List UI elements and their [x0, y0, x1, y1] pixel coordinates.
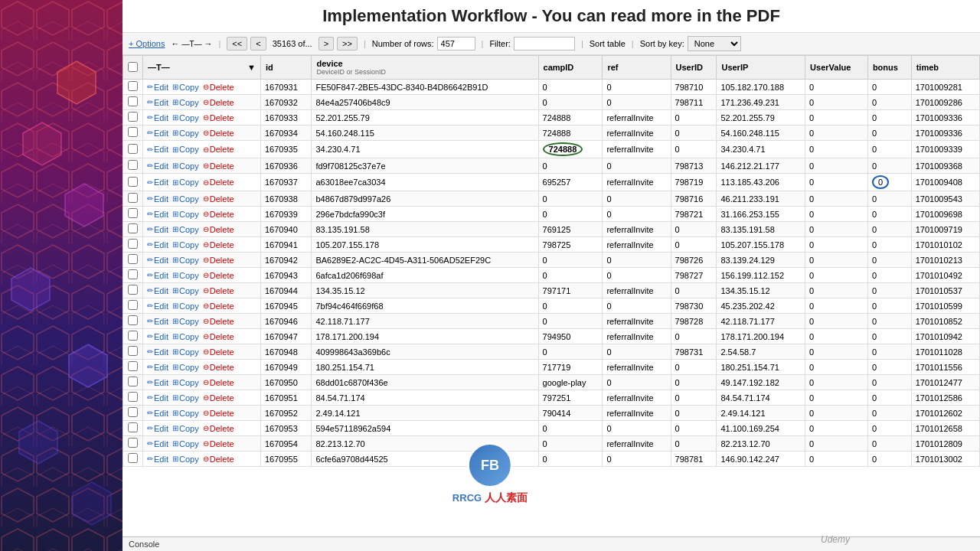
delete-label[interactable]: Delete — [210, 302, 234, 311]
edit-button[interactable]: ✏ Edit — [147, 439, 168, 448]
copy-label[interactable]: Copy — [179, 409, 199, 418]
delete-button[interactable]: ⊖ Delete — [203, 129, 234, 138]
edit-button[interactable]: ✏ Edit — [147, 240, 168, 249]
delete-label[interactable]: Delete — [210, 378, 234, 387]
copy-button[interactable]: ⊞ Copy — [172, 256, 199, 265]
edit-label[interactable]: Edit — [154, 455, 168, 464]
edit-button[interactable]: ✏ Edit — [147, 210, 168, 219]
delete-button[interactable]: ⊖ Delete — [203, 145, 234, 154]
copy-label[interactable]: Copy — [179, 363, 199, 372]
row-checkbox[interactable] — [128, 346, 138, 356]
delete-button[interactable]: ⊖ Delete — [203, 194, 234, 204]
edit-button[interactable]: ✏ Edit — [147, 83, 168, 92]
delete-label[interactable]: Delete — [210, 332, 234, 341]
nav-next-next-button[interactable]: >> — [337, 37, 358, 51]
delete-button[interactable]: ⊖ Delete — [203, 210, 234, 219]
delete-button[interactable]: ⊖ Delete — [203, 378, 234, 387]
edit-button[interactable]: ✏ Edit — [147, 424, 168, 433]
edit-label[interactable]: Edit — [154, 129, 168, 138]
delete-button[interactable]: ⊖ Delete — [203, 347, 234, 357]
select-all-checkbox[interactable] — [128, 62, 138, 72]
options-link[interactable]: + Options — [129, 39, 165, 48]
copy-label[interactable]: Copy — [179, 225, 199, 234]
number-of-rows-input[interactable] — [437, 37, 475, 51]
copy-button[interactable]: ⊞ Copy — [172, 409, 199, 418]
col-device[interactable]: device DeviceID or SessionID — [312, 56, 538, 80]
edit-label[interactable]: Edit — [154, 439, 168, 448]
copy-button[interactable]: ⊞ Copy — [172, 129, 199, 138]
edit-button[interactable]: ✏ Edit — [147, 409, 168, 418]
delete-label[interactable]: Delete — [210, 271, 234, 280]
delete-label[interactable]: Delete — [210, 455, 234, 464]
delete-label[interactable]: Delete — [210, 393, 234, 403]
delete-label[interactable]: Delete — [210, 240, 234, 249]
copy-button[interactable]: ⊞ Copy — [172, 424, 199, 433]
copy-label[interactable]: Copy — [179, 347, 199, 357]
edit-label[interactable]: Edit — [154, 393, 168, 403]
delete-button[interactable]: ⊖ Delete — [203, 332, 234, 341]
edit-button[interactable]: ✏ Edit — [147, 271, 168, 280]
delete-label[interactable]: Delete — [210, 409, 234, 418]
copy-button[interactable]: ⊞ Copy — [172, 363, 199, 372]
copy-label[interactable]: Copy — [179, 240, 199, 249]
copy-label[interactable]: Copy — [179, 332, 199, 341]
delete-label[interactable]: Delete — [210, 129, 234, 138]
edit-button[interactable]: ✏ Edit — [147, 194, 168, 204]
delete-label[interactable]: Delete — [210, 178, 234, 187]
delete-label[interactable]: Delete — [210, 98, 234, 107]
delete-button[interactable]: ⊖ Delete — [203, 439, 234, 448]
edit-button[interactable]: ✏ Edit — [147, 302, 168, 311]
row-checkbox[interactable] — [128, 239, 138, 249]
delete-label[interactable]: Delete — [210, 317, 234, 326]
copy-button[interactable]: ⊞ Copy — [172, 455, 199, 464]
delete-button[interactable]: ⊖ Delete — [203, 271, 234, 280]
copy-label[interactable]: Copy — [179, 113, 199, 122]
row-checkbox[interactable] — [128, 331, 138, 341]
row-checkbox[interactable] — [128, 422, 138, 432]
edit-button[interactable]: ✏ Edit — [147, 347, 168, 357]
row-checkbox[interactable] — [128, 223, 138, 233]
col-campid[interactable]: campID — [538, 56, 603, 80]
copy-label[interactable]: Copy — [179, 286, 199, 295]
edit-label[interactable]: Edit — [154, 317, 168, 326]
edit-button[interactable]: ✏ Edit — [147, 378, 168, 387]
row-checkbox[interactable] — [128, 160, 138, 170]
filter-input[interactable] — [514, 37, 575, 51]
edit-button[interactable]: ✏ Edit — [147, 332, 168, 341]
delete-label[interactable]: Delete — [210, 145, 234, 154]
delete-button[interactable]: ⊖ Delete — [203, 363, 234, 372]
copy-label[interactable]: Copy — [179, 194, 199, 204]
delete-label[interactable]: Delete — [210, 347, 234, 357]
row-checkbox[interactable] — [128, 300, 138, 310]
edit-label[interactable]: Edit — [154, 256, 168, 265]
edit-label[interactable]: Edit — [154, 240, 168, 249]
edit-button[interactable]: ✏ Edit — [147, 113, 168, 122]
delete-label[interactable]: Delete — [210, 256, 234, 265]
copy-label[interactable]: Copy — [179, 302, 199, 311]
row-checkbox[interactable] — [128, 392, 138, 402]
copy-label[interactable]: Copy — [179, 210, 199, 219]
delete-label[interactable]: Delete — [210, 363, 234, 372]
copy-label[interactable]: Copy — [179, 317, 199, 326]
copy-button[interactable]: ⊞ Copy — [172, 113, 199, 122]
copy-label[interactable]: Copy — [179, 271, 199, 280]
copy-button[interactable]: ⊞ Copy — [172, 271, 199, 280]
nav-next-button[interactable]: > — [318, 37, 334, 51]
delete-button[interactable]: ⊖ Delete — [203, 240, 234, 249]
copy-button[interactable]: ⊞ Copy — [172, 161, 199, 171]
copy-button[interactable]: ⊞ Copy — [172, 393, 199, 403]
copy-button[interactable]: ⊞ Copy — [172, 378, 199, 387]
row-checkbox[interactable] — [128, 254, 138, 264]
delete-button[interactable]: ⊖ Delete — [203, 409, 234, 418]
col-userip[interactable]: UserIP — [717, 56, 805, 80]
row-checkbox[interactable] — [128, 127, 138, 137]
copy-label[interactable]: Copy — [179, 424, 199, 433]
delete-label[interactable]: Delete — [210, 424, 234, 433]
edit-button[interactable]: ✏ Edit — [147, 363, 168, 372]
delete-label[interactable]: Delete — [210, 439, 234, 448]
delete-label[interactable]: Delete — [210, 194, 234, 204]
copy-label[interactable]: Copy — [179, 439, 199, 448]
row-checkbox[interactable] — [128, 144, 138, 154]
delete-button[interactable]: ⊖ Delete — [203, 256, 234, 265]
edit-label[interactable]: Edit — [154, 409, 168, 418]
